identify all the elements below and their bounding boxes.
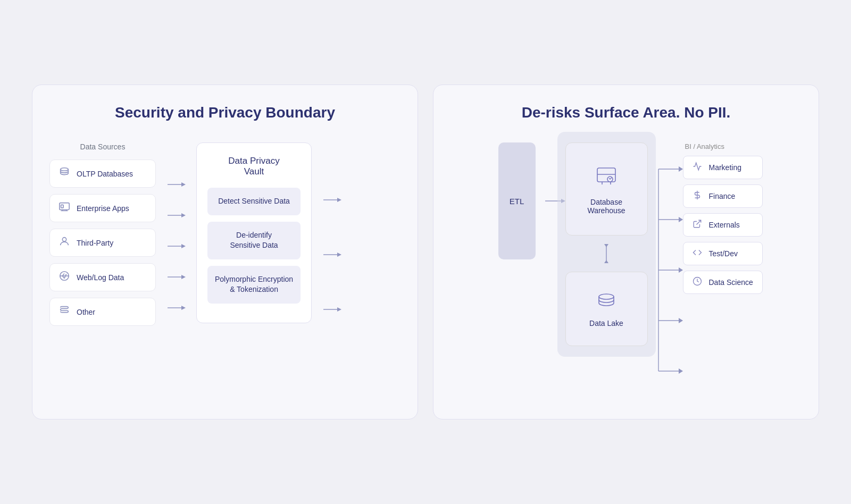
svg-point-6 xyxy=(62,238,66,241)
right-panel-inner: ETL xyxy=(450,142,802,400)
warehouse-lake-section: DatabaseWarehouse xyxy=(565,142,648,346)
svg-marker-23 xyxy=(337,198,341,202)
oltp-label: OLTP Databases xyxy=(77,170,133,178)
vault-detect: Detect Sensitive Data xyxy=(207,188,301,215)
arrow-enterprise xyxy=(166,203,186,228)
svg-marker-45 xyxy=(679,318,683,323)
source-arrows xyxy=(166,142,186,320)
enterprise-label: Enterprise Apps xyxy=(77,204,129,213)
arrow-v3-svg xyxy=(322,305,341,314)
svg-line-49 xyxy=(696,220,700,224)
other-label: Other xyxy=(77,308,95,316)
warehouse-label: DatabaseWarehouse xyxy=(587,198,625,215)
etl-box: ETL xyxy=(498,142,536,259)
marketing-icon xyxy=(692,162,703,173)
right-panel: De-risks Surface Area. No PII. ETL xyxy=(433,85,819,419)
left-panel: Security and Privacy Boundary Data Sourc… xyxy=(32,85,418,419)
lake-icon xyxy=(595,290,618,314)
arrow-v1-svg xyxy=(322,196,341,204)
datascience-label: Data Science xyxy=(709,278,753,287)
lake-label: Data Lake xyxy=(589,319,623,327)
warehouse-box: DatabaseWarehouse xyxy=(565,142,648,236)
svg-marker-17 xyxy=(181,244,186,248)
data-sources-col: Data Sources OLTP Databases xyxy=(49,142,156,332)
source-enterprise: Enterprise Apps xyxy=(49,194,156,222)
bi-datascience: Data Science xyxy=(683,271,763,294)
svg-marker-41 xyxy=(679,217,683,222)
arrow-other xyxy=(166,296,186,320)
data-sources-label: Data Sources xyxy=(49,142,156,151)
bi-testdev: Test/Dev xyxy=(683,242,763,265)
arrow-v2-svg xyxy=(322,250,341,259)
arrow-weblog-svg xyxy=(166,273,186,281)
left-panel-title: Security and Privacy Boundary xyxy=(49,104,401,121)
marketing-label: Marketing xyxy=(709,163,741,172)
bi-finance: Finance xyxy=(683,184,763,208)
arrow-thirdparty xyxy=(166,234,186,258)
oltp-icon xyxy=(59,166,70,181)
branch-lines-svg xyxy=(648,142,690,398)
weblog-icon xyxy=(59,270,70,284)
arrow-weblog xyxy=(166,265,186,289)
svg-point-0 xyxy=(61,168,69,171)
arrow-vault-3 xyxy=(322,305,341,314)
finance-icon xyxy=(692,190,703,202)
arrow-enterprise-svg xyxy=(166,211,186,220)
arrow-thirdparty-svg xyxy=(166,242,186,250)
left-content: Data Sources OLTP Databases xyxy=(49,142,401,337)
svg-marker-25 xyxy=(337,253,341,257)
arrow-vault-2 xyxy=(322,250,341,259)
enterprise-icon xyxy=(59,201,70,215)
svg-point-36 xyxy=(599,294,614,299)
externals-icon xyxy=(692,219,703,231)
source-other: Other xyxy=(49,298,156,326)
svg-marker-15 xyxy=(181,213,186,217)
etl-label: ETL xyxy=(510,197,524,206)
svg-marker-39 xyxy=(679,166,683,172)
vault-encrypt: Polymorphic Encryption& Tokenization xyxy=(207,266,301,304)
right-panel-title: De-risks Surface Area. No PII. xyxy=(450,104,802,121)
bi-externals: Externals xyxy=(683,213,763,237)
source-thirdparty: Third-Party xyxy=(49,229,156,257)
main-container: Security and Privacy Boundary Data Sourc… xyxy=(16,69,835,435)
vault-arrows xyxy=(322,172,341,337)
arrow-other-svg xyxy=(166,304,186,312)
thirdparty-label: Third-Party xyxy=(77,239,113,247)
source-oltp: OLTP Databases xyxy=(49,159,156,188)
bi-marketing: Marketing xyxy=(683,156,763,179)
thirdparty-icon xyxy=(59,236,70,250)
warehouse-icon xyxy=(593,164,620,192)
vault-box: Data PrivacyVault Detect Sensitive Data … xyxy=(196,142,312,323)
svg-rect-5 xyxy=(61,205,64,208)
lake-box: Data Lake xyxy=(565,272,648,346)
bi-header: BI / Analytics xyxy=(683,142,763,150)
bidirectional-arrow-svg xyxy=(601,244,612,263)
svg-marker-43 xyxy=(679,267,683,273)
svg-marker-47 xyxy=(679,368,683,374)
finance-label: Finance xyxy=(709,192,736,200)
arrow-oltp xyxy=(166,172,186,197)
svg-marker-19 xyxy=(181,275,186,279)
source-weblog: Web/Log Data xyxy=(49,263,156,291)
svg-marker-35 xyxy=(604,260,608,263)
two-panel: Security and Privacy Boundary Data Sourc… xyxy=(32,85,819,419)
svg-marker-21 xyxy=(181,306,186,310)
vault-title: Data PrivacyVault xyxy=(207,156,301,177)
bi-section xyxy=(648,142,690,400)
bi-items-col: BI / Analytics Marketing xyxy=(683,142,763,299)
etl-section: ETL xyxy=(490,142,565,259)
testdev-icon xyxy=(692,248,703,259)
arrow-vault-1 xyxy=(322,196,341,204)
vault-deidentify: De-identifySensitive Data xyxy=(207,222,301,259)
other-icon xyxy=(59,305,70,319)
datascience-icon xyxy=(692,276,703,288)
svg-marker-13 xyxy=(181,182,186,187)
svg-marker-27 xyxy=(337,307,341,312)
testdev-label: Test/Dev xyxy=(709,249,738,258)
weblog-label: Web/Log Data xyxy=(77,273,124,282)
branch-svg-container xyxy=(648,142,690,400)
warehouse-lake-connector xyxy=(601,244,612,263)
arrow-oltp-svg xyxy=(166,180,186,189)
externals-label: Externals xyxy=(709,221,740,229)
